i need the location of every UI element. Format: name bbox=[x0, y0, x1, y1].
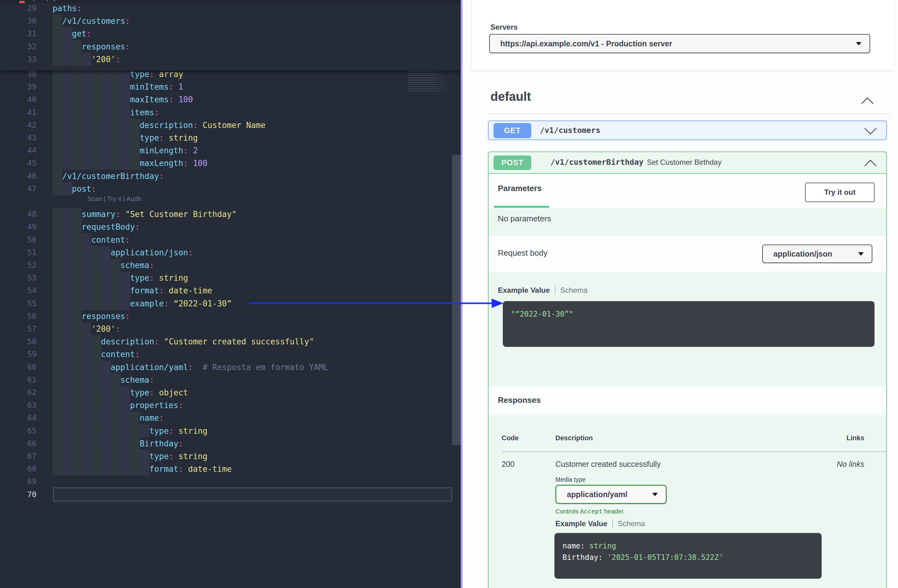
code-line[interactable]: 61schema: bbox=[0, 373, 452, 387]
code-line[interactable]: 54format: date-time bbox=[0, 284, 452, 297]
code-line[interactable]: 49requestBody: bbox=[0, 220, 452, 233]
code-line[interactable]: 60application/yaml: # Resposta em format… bbox=[0, 361, 452, 374]
post-method-badge[interactable]: POST bbox=[494, 155, 531, 170]
chevron-up-icon[interactable] bbox=[860, 96, 875, 106]
indent-guides bbox=[52, 119, 140, 132]
sticky-scroll[interactable]: 29paths:30/v1/customers:31get:32response… bbox=[0, 0, 461, 71]
line-number: 53 bbox=[0, 272, 37, 284]
code-text: items: bbox=[130, 106, 159, 119]
line-number: 67 bbox=[0, 450, 37, 463]
code-line[interactable]: 51application/json: bbox=[0, 246, 452, 259]
post-path[interactable]: /v1/customerBirthday bbox=[550, 158, 644, 167]
line-number: 66 bbox=[0, 437, 37, 450]
indent-guides bbox=[52, 93, 130, 106]
try-it-out-button[interactable]: Try it out bbox=[805, 183, 875, 202]
code-line[interactable]: 55example: “2022-01-30” bbox=[0, 297, 452, 310]
code-line[interactable]: 59content: bbox=[0, 348, 452, 361]
code-line[interactable]: 52schema: bbox=[0, 259, 452, 272]
get-method-badge[interactable]: GET bbox=[494, 123, 531, 138]
line-number: 41 bbox=[0, 106, 37, 119]
indent-guides bbox=[52, 220, 81, 233]
chevron-up-icon[interactable] bbox=[863, 158, 878, 168]
code-line[interactable]: 32responses: bbox=[0, 40, 452, 53]
code-text: minItems: 1 bbox=[130, 80, 183, 94]
no-parameters-text: No parameters bbox=[498, 214, 551, 224]
request-media-type-select[interactable]: application/json bbox=[762, 244, 872, 263]
indent-guides bbox=[52, 284, 130, 297]
tab-divider bbox=[555, 286, 555, 295]
code-line[interactable]: 45maxLength: 100 bbox=[0, 157, 452, 170]
code-text: schema: bbox=[120, 373, 154, 387]
code-line[interactable]: 33'200': bbox=[0, 53, 452, 66]
code-line[interactable]: 65type: string bbox=[0, 424, 452, 438]
indent-guides bbox=[52, 80, 130, 94]
code-line[interactable]: 62type: object bbox=[0, 386, 452, 399]
code-line[interactable]: 57'200': bbox=[0, 322, 452, 335]
code-line[interactable]: 47post: bbox=[0, 183, 452, 195]
code-line[interactable]: 66Birthday: bbox=[0, 437, 452, 450]
request-example-value: "“2022-01-30”" bbox=[511, 310, 573, 318]
code-line[interactable]: 48summary: "Set Customer Birthday" bbox=[0, 208, 452, 221]
tab-divider bbox=[612, 519, 613, 528]
post-summary-header[interactable]: POST /v1/customerBirthday Set Customer B… bbox=[489, 152, 886, 174]
line-number: 57 bbox=[0, 322, 37, 335]
code-line[interactable]: 69 bbox=[0, 475, 452, 488]
column-header-links: Links bbox=[803, 434, 864, 442]
indent-guides bbox=[52, 348, 101, 361]
code-line[interactable]: 39minItems: 1 bbox=[0, 80, 452, 94]
code-line[interactable]: 50content: bbox=[0, 233, 452, 246]
code-line[interactable]: 43type: string bbox=[0, 131, 452, 144]
opblock-get[interactable]: GET /v1/customers bbox=[488, 121, 887, 140]
response-example-code[interactable]: name: string Birthday: '2025-01-05T17:07… bbox=[554, 533, 822, 579]
table-header-divider bbox=[501, 451, 887, 452]
code-text: content: bbox=[91, 233, 130, 246]
tab-example-value[interactable]: Example Value bbox=[555, 519, 607, 528]
code-line[interactable]: 53type: string bbox=[0, 272, 452, 284]
code-line[interactable]: 58description: "Customer created success… bbox=[0, 335, 452, 348]
tab-schema[interactable]: Schema bbox=[618, 519, 645, 528]
request-example-code[interactable]: "“2022-01-30”" bbox=[503, 301, 875, 347]
editor-tab-filename[interactable]: openapi.yaml bbox=[30, 0, 66, 2]
codelens-actions[interactable]: Scan | Try it | Audit bbox=[87, 195, 141, 203]
chevron-down-icon[interactable] bbox=[863, 126, 878, 136]
code-line[interactable]: 68format: date-time bbox=[0, 462, 452, 476]
line-number: 51 bbox=[0, 246, 37, 259]
line-number: 54 bbox=[0, 284, 37, 297]
editor-scrollbar[interactable] bbox=[452, 155, 461, 445]
code-line[interactable]: 63properties: bbox=[0, 399, 452, 412]
code-line[interactable]: 30/v1/customers: bbox=[0, 15, 452, 28]
code-line[interactable]: 31get: bbox=[0, 27, 452, 40]
code-editor[interactable]: 38type: array39minItems: 140maxItems: 10… bbox=[0, 0, 461, 588]
tab-schema[interactable]: Schema bbox=[560, 286, 587, 295]
indent-guides bbox=[52, 131, 140, 144]
code-line[interactable]: 56responses: bbox=[0, 310, 452, 323]
accept-header-note: Controls Accept header. bbox=[555, 508, 625, 515]
code-line[interactable]: 41items: bbox=[0, 106, 452, 119]
get-path[interactable]: /v1/customers bbox=[540, 126, 601, 135]
code-line[interactable]: 44minLength: 2 bbox=[0, 144, 452, 157]
pane-divider[interactable] bbox=[461, 0, 463, 588]
code-line[interactable]: 29paths: bbox=[0, 2, 452, 15]
indent-guides bbox=[52, 144, 140, 157]
line-number: 40 bbox=[0, 93, 37, 106]
line-number: 56 bbox=[0, 310, 37, 323]
parameters-tab[interactable]: Parameters bbox=[498, 184, 542, 193]
indent-guides bbox=[52, 246, 111, 259]
code-line[interactable]: 67type: string bbox=[0, 450, 452, 463]
code-text: get: bbox=[72, 27, 92, 40]
response-media-type-select[interactable]: application/yaml bbox=[555, 485, 667, 504]
code-line[interactable]: 40maxItems: 100 bbox=[0, 93, 452, 106]
code-line[interactable]: 46/v1/customerBirthday: bbox=[0, 170, 452, 183]
servers-selected-value: https://api.example.com/v1 - Production … bbox=[500, 39, 672, 48]
tab-example-value[interactable]: Example Value bbox=[498, 286, 550, 295]
code-text: type: string bbox=[149, 424, 208, 438]
example-schema-tabs: Example Value Schema bbox=[498, 286, 587, 295]
code-text: maxLength: 100 bbox=[140, 157, 208, 170]
servers-select[interactable]: https://api.example.com/v1 - Production … bbox=[489, 34, 870, 53]
line-number: 32 bbox=[0, 40, 37, 53]
column-header-description: Description bbox=[555, 434, 593, 442]
example-schema-tabs: Example Value Schema bbox=[555, 519, 645, 528]
code-line[interactable]: 64name: bbox=[0, 411, 452, 424]
code-line[interactable]: 42description: Customer Name bbox=[0, 119, 452, 132]
editor-tab-bar[interactable]: openapi.yaml bbox=[0, 0, 461, 3]
